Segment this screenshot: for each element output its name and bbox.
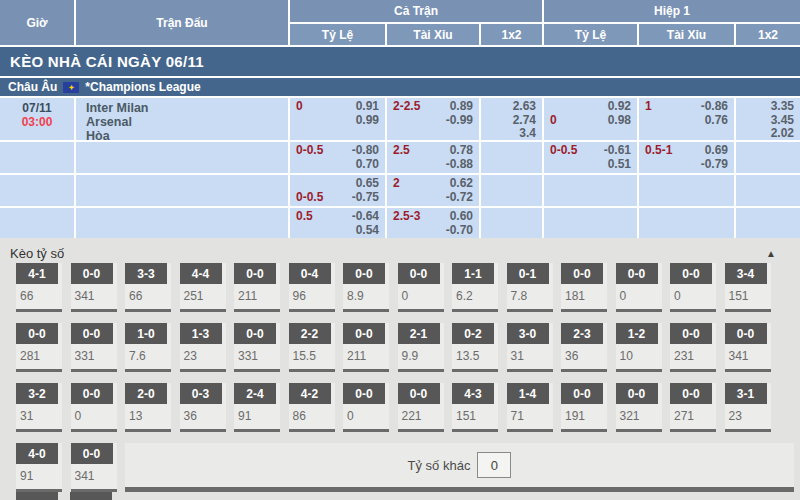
odds-cell-h1-handicap[interactable] — [544, 175, 637, 206]
score-cell[interactable]: 2-215.5 — [289, 323, 335, 372]
score-cell[interactable]: 0-496 — [289, 263, 335, 312]
odds-cell-h1-handicap[interactable] — [544, 208, 637, 238]
score-cell[interactable]: 0-00 — [343, 383, 389, 432]
score-row: 4-0910-0341 Tỷ số khác — [16, 443, 800, 492]
score-odds-value: 0 — [71, 404, 117, 429]
score-label: 0-0 — [561, 383, 603, 404]
score-cell[interactable]: 4-3151 — [452, 383, 498, 432]
score-cell[interactable]: 2-491 — [234, 383, 280, 432]
odds-cell-ft-over-under[interactable]: 2.50.78-0.88 — [387, 142, 479, 173]
score-cell[interactable]: 0-17.8 — [507, 263, 553, 312]
odds-cell-h1-1x2[interactable] — [736, 208, 800, 238]
correct-score-header: Kèo tỷ số ▲ — [0, 243, 800, 261]
score-odds-value: 9.9 — [398, 344, 444, 369]
score-cell[interactable]: 1-210 — [616, 323, 662, 372]
score-odds-value: 23 — [180, 344, 226, 369]
score-cell[interactable]: 0-08.9 — [343, 263, 389, 312]
score-cell[interactable]: 0-0331 — [71, 323, 117, 372]
score-cell[interactable]: 0-213.5 — [452, 323, 498, 372]
score-cell[interactable]: 0-00 — [398, 263, 444, 312]
odds-cell-ft-1x2[interactable] — [481, 142, 542, 173]
correct-score-section: Kèo tỷ số ▲ 4-1660-03413-3664-42510-0211… — [0, 238, 800, 500]
score-cell[interactable]: 0-0231 — [670, 323, 716, 372]
score-cell[interactable]: 0-0341 — [725, 323, 771, 372]
odds-cell-ft-1x2[interactable]: 2.632.743.4 — [481, 98, 542, 140]
odds-cell-h1-1x2[interactable] — [736, 142, 800, 173]
score-odds-value: 91 — [234, 404, 280, 429]
odds-cell-h1-over-under[interactable] — [639, 208, 734, 238]
odds-cell-ft-over-under[interactable]: 20.62-0.72 — [387, 175, 479, 206]
score-cell[interactable]: 3-031 — [507, 323, 553, 372]
column-header-match: Trận Đấu — [76, 0, 288, 45]
odds-cell-h1-over-under[interactable]: 1-0.860.76 — [639, 98, 734, 140]
odds-cell-ft-over-under[interactable]: 2.5-30.60-0.70 — [387, 208, 479, 238]
score-cell[interactable]: 1-07.6 — [125, 323, 171, 372]
score-cell[interactable]: 0-0331 — [234, 323, 280, 372]
score-cell[interactable]: 0-0181 — [561, 263, 607, 312]
score-cell[interactable]: 1-16.2 — [452, 263, 498, 312]
chevron-up-icon[interactable]: ▲ — [766, 249, 776, 259]
odds-cell-h1-handicap[interactable]: 0-0.5-0.610.51 — [544, 142, 637, 173]
odds-cell-ft-handicap[interactable]: 0-0.5-0.800.70 — [290, 142, 385, 173]
odds-value: 3.35 — [771, 100, 794, 114]
score-label: 1-2 — [616, 323, 658, 344]
score-cell[interactable]: 2-336 — [561, 323, 607, 372]
score-cell[interactable]: 2-19.9 — [398, 323, 444, 372]
score-cell[interactable]: 3-123 — [725, 383, 771, 432]
odds-cell-ft-handicap[interactable]: 0.5-0.640.54 — [290, 208, 385, 238]
league-header[interactable]: Châu Âu ✦ *Champions League — [0, 78, 800, 96]
score-cell[interactable]: 4-286 — [289, 383, 335, 432]
odds-cell-ft-handicap[interactable]: 0.650-0.5-0.75 — [290, 175, 385, 206]
score-cell[interactable]: 0-0211 — [343, 323, 389, 372]
score-cell[interactable]: 0-00 — [670, 263, 716, 312]
score-label: 2-4 — [234, 383, 276, 404]
odds-cell-ft-1x2[interactable] — [481, 208, 542, 238]
odds-cell-h1-handicap[interactable]: 0.9200.98 — [544, 98, 637, 140]
score-label: 0-4 — [289, 263, 331, 284]
score-cell[interactable]: 0-0191 — [561, 383, 607, 432]
score-odds-value: 0 — [670, 284, 716, 309]
odds-cell-h1-over-under[interactable]: 0.5-10.69-0.79 — [639, 142, 734, 173]
score-cell[interactable]: 0-336 — [180, 383, 226, 432]
match-teams-cell[interactable]: Inter Milan Arsenal Hòa — [76, 98, 288, 140]
odds-cell-ft-1x2[interactable] — [481, 175, 542, 206]
odds-cell-h1-1x2[interactable] — [736, 175, 800, 206]
odds-value: 0.65 — [356, 177, 379, 191]
score-cell[interactable]: 3-366 — [125, 263, 171, 312]
handicap-value: 0-0.5 — [550, 144, 577, 158]
score-cell[interactable]: 0-0271 — [670, 383, 716, 432]
odds-cell-ft-over-under[interactable]: 2-2.50.89-0.99 — [387, 98, 479, 140]
score-cell[interactable]: 3-231 — [16, 383, 62, 432]
score-cell[interactable]: 0-00 — [71, 383, 117, 432]
score-cell[interactable]: 0-0221 — [398, 383, 444, 432]
handicap-value: 2 — [393, 177, 400, 191]
score-cell[interactable]: 1-323 — [180, 323, 226, 372]
score-row: 4-1660-03413-3664-42510-02110-4960-08.90… — [16, 263, 800, 312]
score-cell[interactable]: 0-0321 — [616, 383, 662, 432]
score-cell[interactable]: 0-00 — [616, 263, 662, 312]
odds-value: -0.88 — [446, 158, 473, 172]
score-cell-partial — [16, 492, 58, 500]
odds-cell-h1-1x2[interactable]: 3.353.452.02 — [736, 98, 800, 140]
score-label: 0-0 — [343, 383, 385, 404]
score-cell[interactable]: 1-471 — [507, 383, 553, 432]
score-odds-value: 13.5 — [452, 344, 498, 369]
odds-cell-h1-over-under[interactable] — [639, 175, 734, 206]
score-cell[interactable]: 0-0211 — [234, 263, 280, 312]
score-cell[interactable]: 4-166 — [16, 263, 62, 312]
odds-value: 2.63 — [513, 100, 536, 114]
score-cell[interactable]: 2-013 — [125, 383, 171, 432]
score-cell[interactable]: 0-0341 — [71, 443, 117, 492]
score-cell[interactable]: 4-4251 — [180, 263, 226, 312]
other-score-input[interactable] — [477, 452, 511, 478]
odds-value: 0.60 — [450, 210, 473, 224]
odds-cell-ft-handicap[interactable]: 00.910.99 — [290, 98, 385, 140]
score-odds-value: 23 — [725, 404, 771, 429]
score-cell[interactable]: 4-091 — [16, 443, 62, 492]
score-cell[interactable]: 0-0341 — [71, 263, 117, 312]
away-team-name: Arsenal — [86, 115, 288, 129]
score-label: 1-0 — [125, 323, 167, 344]
score-cell[interactable]: 0-0281 — [16, 323, 62, 372]
score-cell[interactable]: 3-4151 — [725, 263, 771, 312]
score-odds-value: 181 — [561, 284, 607, 309]
